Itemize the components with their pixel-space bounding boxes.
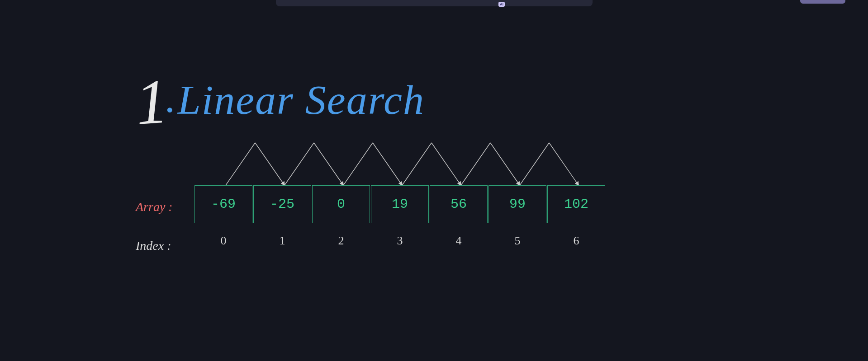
array-label: Array :: [136, 200, 173, 214]
arrow-up: [402, 143, 432, 185]
array-cell: 19: [371, 185, 429, 223]
top-right-control: [800, 0, 845, 4]
array-cell: -69: [194, 185, 252, 223]
index-value: 5: [489, 234, 546, 248]
arrow-up: [285, 143, 314, 185]
array-cell: 102: [547, 185, 605, 223]
title-dot: ·: [165, 87, 175, 133]
title-number: 1: [133, 64, 167, 139]
array-cell: 0: [312, 185, 370, 223]
url-bar-placeholder: [276, 0, 593, 6]
arrow-down: [373, 143, 402, 185]
arrow-down: [314, 143, 343, 185]
index-label: Index :: [136, 239, 171, 253]
array-cell: 99: [489, 185, 546, 223]
arrow-down: [432, 143, 461, 185]
arrow-down: [490, 143, 520, 185]
index-value: 0: [194, 234, 252, 248]
index-value: 6: [547, 234, 605, 248]
index-row: 0123456: [194, 234, 605, 248]
arrow-up: [343, 143, 373, 185]
index-value: 4: [430, 234, 488, 248]
title-text: Linear Search: [178, 76, 425, 124]
top-bar: AI: [0, 0, 868, 6]
array-cells: -69-250195699102: [194, 185, 605, 223]
array-cell: -25: [253, 185, 311, 223]
arrow-up: [520, 143, 549, 185]
index-value: 3: [371, 234, 429, 248]
arrow-up: [461, 143, 490, 185]
arrow-up: [226, 143, 255, 185]
arrow-down: [549, 143, 579, 185]
index-value: 1: [253, 234, 311, 248]
arrow-down: [255, 143, 285, 185]
title: 1 · Linear Search: [136, 54, 588, 140]
index-value: 2: [312, 234, 370, 248]
array-cell: 56: [430, 185, 488, 223]
traversal-arrows: [194, 141, 611, 186]
ai-badge: AI: [498, 2, 505, 7]
